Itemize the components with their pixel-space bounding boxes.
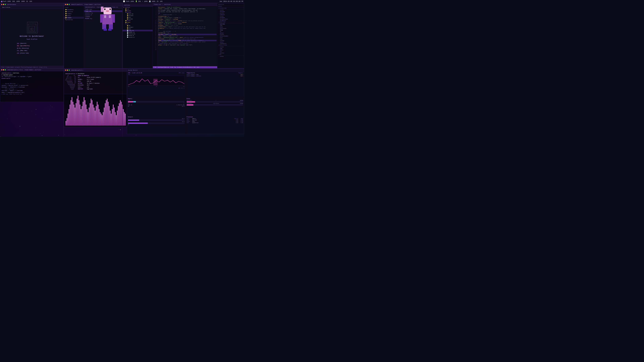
fm-item-videos[interactable]: 📁 Videos xyxy=(64,13,84,15)
qutebrowser-menu: [o] [Search] [b] [Quickmarks] [S h] [His… xyxy=(17,42,47,54)
fm-item-external[interactable]: 🔌 External xyxy=(64,19,84,21)
fm-maximize-button[interactable] xyxy=(68,4,70,5)
nf-max[interactable] xyxy=(68,69,70,71)
rpanel-grubdevice[interactable]: ·grubDevice xyxy=(217,20,244,21)
tree-item-hardware[interactable]: 📁 hardware xyxy=(122,26,152,28)
st-win-controls[interactable] xyxy=(1,69,6,70)
qute-tab-active[interactable]: Tech Profile xyxy=(1,6,12,8)
menu-item-closetab[interactable]: [x] [Close tab] xyxy=(17,52,47,54)
rpanel-wmtype[interactable]: ·wmType xyxy=(217,32,244,34)
close-button[interactable] xyxy=(1,4,2,5)
st-close[interactable] xyxy=(1,69,2,70)
vis-bar xyxy=(72,97,72,125)
rpanel-timezone[interactable]: ·timezone xyxy=(217,14,244,15)
fm-minimize-button[interactable] xyxy=(67,4,68,5)
disk-bar-1 xyxy=(187,101,243,103)
vis-bar xyxy=(76,103,76,126)
fm-titlebar-text: emmetFromeFire: /home/emmet/.dotfiles xyxy=(71,4,101,5)
rpanel-email[interactable]: ·email xyxy=(217,26,244,28)
rpanel-theme[interactable]: ·theme xyxy=(217,29,244,31)
rpanel-spawneditor[interactable]: ·spawnEditor xyxy=(217,43,244,44)
qutebrowser-tabs[interactable]: Tech Profile xyxy=(0,6,64,9)
fm-item-themes[interactable]: 📁 Themes xyxy=(64,17,84,19)
sysmon-cpu-title: CPU ~ 1.53 1.14 0.78 CPU line xyxy=(128,72,184,73)
qutebrowser-profile: Tech Profile xyxy=(26,38,38,40)
qutebrowser-titlebar: Qutebrowser xyxy=(0,3,64,6)
code-editor[interactable]: description = "Flake of LibrePhoenix"; o… xyxy=(158,6,217,66)
tree-item-user[interactable]: ▼ user xyxy=(122,23,152,25)
rpanel-np-patches[interactable]: ·patches xyxy=(217,52,244,54)
rpanel-bootmode[interactable]: ·bootMode xyxy=(217,17,244,18)
rpanel-name[interactable]: ·name xyxy=(217,25,244,26)
fm-item-documents[interactable]: 📁 Documents xyxy=(64,9,84,11)
tree-item-patches[interactable]: 📁 patches xyxy=(122,10,152,11)
tree-item-harden[interactable]: 📄 harden.sh xyxy=(122,35,152,36)
rpanel-np-editor[interactable]: ·editor xyxy=(217,49,244,51)
filemanager-sidebar[interactable]: Places 📁 Documents 📁 Pictures 📁 Videos 📁… xyxy=(64,6,84,68)
fm-item-music[interactable]: 📁 Music xyxy=(64,15,84,17)
nf-min[interactable] xyxy=(67,69,68,71)
tree-item-install[interactable]: 📄 install.sh xyxy=(122,36,152,38)
minimize-button[interactable] xyxy=(3,4,4,5)
menu-item-search[interactable]: [o] [Search] xyxy=(17,42,47,44)
tree-item-worklab[interactable]: 📁 worklab xyxy=(122,18,152,20)
tree-label: profiles xyxy=(126,12,131,13)
tree-item-desktop[interactable]: 📄 desktop.png xyxy=(122,33,152,35)
rpanel-username[interactable]: ·username xyxy=(217,23,244,25)
rpanel-np-name[interactable]: ·name xyxy=(217,48,244,49)
rpanel-defaultroamdir[interactable]: ·defaultRoamDir xyxy=(217,35,244,37)
rpanel-section-nixpkgs: ▼ nixpkgs-patched xyxy=(217,44,244,46)
rpanel-editor[interactable]: ·editor xyxy=(217,41,244,43)
rpanel-dotfilesdir[interactable]: ·dotfilesDir xyxy=(217,28,244,29)
rpanel-np-system[interactable]: ·system xyxy=(217,46,244,48)
tree-item-pkgs[interactable]: 📁 pkgs xyxy=(122,28,152,30)
rpanel-wm[interactable]: ·wm xyxy=(217,31,244,32)
maximize-button[interactable] xyxy=(5,4,6,5)
fm-section-places: Places xyxy=(64,6,84,9)
editor-info: Producer.p/LibrePhoenix.p xyxy=(177,67,192,68)
rpanel-hostname[interactable]: ·hostname xyxy=(217,11,244,12)
rpanel-term[interactable]: ·term xyxy=(217,37,244,38)
status-battery: 20% xyxy=(12,1,15,2)
st-max[interactable] xyxy=(5,69,6,70)
tree-item-themes[interactable]: 📁 themes xyxy=(122,21,152,23)
rpanel-font[interactable]: ·font xyxy=(217,38,244,40)
rpanel-system[interactable]: ·system xyxy=(217,9,244,11)
editor-filetree[interactable]: .dotfiles ▶ .dotfiles 📁 .git 📁 patches ▼… xyxy=(122,3,153,68)
fm-close-button[interactable] xyxy=(65,4,66,5)
st-line: system = "x86_64-linux"; # system arch xyxy=(2,85,62,86)
menu-item-newtab[interactable]: [t] [New tab] xyxy=(17,49,47,52)
fm-win-controls[interactable] xyxy=(65,4,70,5)
tree-item-git[interactable]: 📁 .git xyxy=(122,8,152,10)
tree-item-flakenix[interactable]: 📄 flake.nix xyxy=(122,30,152,31)
rpanel-locale[interactable]: ·locale xyxy=(217,15,244,17)
tree-item-personal[interactable]: 📁 personal xyxy=(122,15,152,16)
tree-item-dotfiles[interactable]: ▶ .dotfiles xyxy=(122,6,152,8)
rpanel-profile[interactable]: ·profile xyxy=(217,12,244,14)
nf-win-controls[interactable] xyxy=(65,69,70,71)
folder-icon: ▼ xyxy=(125,12,126,13)
tree-label: themes xyxy=(127,22,130,23)
rpanel-fontpkg[interactable]: ·fontPkg xyxy=(217,40,244,41)
status-cpu: 100% xyxy=(16,1,20,2)
tree-item-readme[interactable]: 📄 README.org xyxy=(122,31,152,33)
svg-rect-14 xyxy=(154,79,158,85)
menu-item-history[interactable]: [S h] [History] xyxy=(17,47,47,49)
tree-item-profiles[interactable]: ▼ profiles xyxy=(122,11,152,13)
rpanel-np-src[interactable]: ·src xyxy=(217,51,244,52)
nf-close[interactable] xyxy=(65,69,66,71)
menu-item-quickmarks[interactable]: [b] [Quickmarks] xyxy=(17,44,47,47)
tree-item-homelab[interactable]: 📁 home.lab xyxy=(122,13,152,15)
status-windows: 2S xyxy=(26,1,28,2)
tree-item-work[interactable]: 📁 work xyxy=(122,16,152,18)
win-controls[interactable] xyxy=(1,4,6,5)
fm-item-pictures[interactable]: 📁 Pictures xyxy=(64,11,84,13)
tree-item-system[interactable]: 📁 system xyxy=(122,20,152,21)
sysmon-net-title: Network xyxy=(128,116,184,118)
rpanel-bootmountpath[interactable]: ·bootMountPath xyxy=(217,18,244,20)
tree-item-app[interactable]: 📁 app xyxy=(122,25,152,26)
rpanel-browser[interactable]: ·browser xyxy=(217,34,244,35)
rpanel-pkgs-system[interactable]: ·system xyxy=(217,56,244,57)
st-min[interactable] xyxy=(3,69,4,70)
fm-item-music-label: Music xyxy=(67,15,71,16)
